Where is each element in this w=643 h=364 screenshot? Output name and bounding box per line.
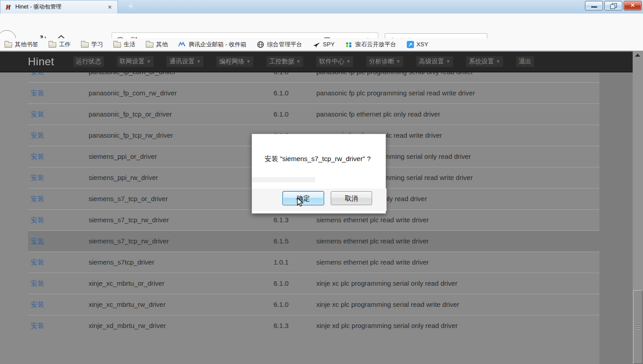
page-right-margin	[599, 51, 633, 364]
driver-version: 6.1.0	[274, 83, 288, 103]
driver-description: panasonic fp plc programming serial read…	[316, 83, 475, 103]
restore-button[interactable]	[604, 1, 622, 10]
install-link[interactable]: 安装	[31, 146, 44, 167]
bookmark-item[interactable]: 生活	[112, 40, 137, 49]
driver-version: 6.1.0	[274, 294, 288, 315]
bookmark-label: 其他	[156, 40, 168, 49]
bookmark-item[interactable]: 其他	[144, 40, 170, 49]
minimize-button[interactable]	[585, 1, 603, 10]
bookmark-item[interactable]: 综合管理平台	[255, 40, 304, 49]
bookmark-item[interactable]: 腾讯企业邮箱 - 收件箱	[176, 40, 248, 49]
driver-name: xinje_xc_mbrtu_rw_driver	[89, 294, 166, 315]
menu-label: 通讯设置	[169, 58, 194, 65]
page-content: 安装 panasonic_fp_com_or_driver 6.1.0 pana…	[0, 51, 633, 364]
driver-version: 6.1.0	[274, 273, 288, 294]
site-favicon: H	[4, 4, 12, 11]
driver-version: 6.1.3	[274, 315, 288, 336]
site-menu-item[interactable]: 分析诊断▼	[366, 56, 403, 67]
bookmark-label: 综合管理平台	[267, 40, 302, 49]
menu-label: 联网设置	[120, 58, 145, 65]
menu-label: 工控数据	[269, 58, 294, 65]
driver-name: siemens_ppi_rw_driver	[89, 167, 158, 188]
driver-name: panasonic_fp_com_rw_driver	[89, 83, 177, 103]
site-menu-item[interactable]: 系统设置▼	[466, 56, 503, 67]
chevron-down-icon: ▼	[346, 59, 351, 64]
driver-name: xinje_xc_mbrtu_or_driver	[89, 273, 164, 294]
bookmark-item[interactable]: 学习	[79, 40, 105, 49]
bookmark-item[interactable]: 其他书签	[3, 40, 40, 49]
driver-description: siemens ethernet plc read write driver	[316, 252, 429, 273]
site-logo[interactable]: Hinet	[28, 55, 54, 68]
driver-name: siemens_s7_tcp_or_driver	[89, 189, 168, 209]
driver-name: siemens_s7tcp_driver	[89, 252, 154, 273]
install-link[interactable]: 安装	[31, 210, 44, 230]
chevron-down-icon: ▼	[396, 59, 400, 64]
site-menu-item[interactable]: 联网设置▼	[117, 56, 154, 67]
table-row: 安装 panasonic_fp_com_rw_driver 6.1.0 pana…	[28, 82, 599, 103]
bookmark-label: 工作	[59, 40, 71, 49]
bookmark-icon	[81, 42, 89, 48]
driver-description: siemens ethernet plc read write driver	[316, 231, 429, 252]
site-menu-item[interactable]: 通讯设置▼	[166, 56, 203, 67]
bookmark-icon	[407, 41, 414, 48]
new-tab-button[interactable]: +	[124, 0, 138, 13]
dialog-message: 安装 "siemens_s7_tcp_rw_driver" ?	[265, 155, 371, 163]
site-navbar: Hinet 运行状态▼ 联网设置▼ 通讯设置▼ 编程网络▼ 工控数据▼ 软件中心…	[0, 52, 633, 72]
cancel-button[interactable]: 取消	[331, 191, 372, 205]
tab-title: Hinet - 驱动包管理	[15, 3, 99, 11]
bookmark-item[interactable]: 工作	[47, 40, 72, 49]
bookmark-icon	[345, 41, 353, 48]
dialog-stripe	[252, 177, 315, 182]
site-menu-item[interactable]: 高级设置▼	[416, 56, 453, 67]
site-menu-item[interactable]: 退出▼	[516, 56, 534, 67]
install-link[interactable]: 安装	[31, 252, 44, 273]
site-menu-item[interactable]: 编程网络▼	[216, 56, 253, 67]
mouse-cursor	[297, 198, 304, 207]
menu-label: 系统设置	[469, 58, 494, 65]
bookmark-item[interactable]: SPY	[311, 40, 337, 49]
bookmark-item[interactable]: XSY	[405, 40, 430, 49]
chevron-down-icon: ▼	[246, 59, 251, 64]
chevron-down-icon: ▼	[147, 59, 151, 64]
driver-name: panasonic_fp_tcp_or_driver	[89, 104, 172, 125]
page-scrollbar[interactable]	[633, 51, 643, 364]
browser-tab[interactable]: H Hinet - 驱动包管理 ✕	[0, 0, 118, 13]
driver-name: siemens_s7_tcp_rw_driver	[89, 210, 169, 230]
install-link[interactable]: 安装	[31, 125, 44, 146]
close-button[interactable]: ✕	[624, 1, 642, 10]
driver-description: xinje xc plc programming serial only rea…	[316, 273, 457, 294]
bookmark-icon	[257, 41, 265, 48]
table-row: 安装 xinje_xc_mbrtu_or_driver 6.1.0 xinje …	[28, 273, 599, 294]
driver-description: xinje xd plc programming serial only rea…	[316, 315, 458, 336]
driver-version: 6.1.5	[274, 231, 288, 252]
bookmark-icon	[313, 41, 320, 48]
install-link[interactable]: 安装	[31, 83, 44, 103]
site-menu-item[interactable]: 软件中心▼	[316, 56, 353, 67]
tab-close-icon[interactable]: ✕	[106, 3, 114, 11]
install-link[interactable]: 安装	[31, 273, 44, 294]
driver-name: siemens_s7_tcp_rw_driver	[89, 231, 169, 252]
site-menu-item[interactable]: 运行状态▼	[73, 56, 104, 67]
install-link[interactable]: 安装	[31, 104, 44, 125]
scrollbar-thumb[interactable]	[633, 290, 643, 364]
install-link[interactable]: 安装	[31, 315, 44, 336]
install-link[interactable]: 安装	[31, 167, 44, 188]
menu-label: 编程网络	[219, 58, 244, 65]
table-row: 安装 xinje_xc_mbrtu_rw_driver 6.1.0 xinje …	[28, 294, 599, 315]
table-row: 安装 panasonic_fp_tcp_or_driver 6.1.0 pana…	[28, 103, 599, 125]
table-row: 安装 siemens_s7tcp_driver 1.0.1 siemens et…	[28, 252, 599, 273]
site-menu-item[interactable]: 工控数据▼	[266, 56, 303, 67]
chevron-down-icon: ▼	[446, 59, 450, 64]
install-link[interactable]: 安装	[31, 189, 44, 209]
window-controls: ✕	[585, 1, 642, 10]
install-link[interactable]: 安装	[31, 231, 44, 252]
scrollbar-up-arrow-icon[interactable]	[635, 54, 640, 57]
bookmark-icon	[49, 42, 56, 48]
bookmark-item[interactable]: 萤石云开放平台	[343, 40, 398, 49]
menu-label: 运行状态	[76, 58, 101, 65]
driver-version: 6.1.0	[274, 104, 288, 125]
site-menu: 运行状态▼ 联网设置▼ 通讯设置▼ 编程网络▼ 工控数据▼ 软件中心▼ 分析诊断…	[73, 56, 534, 67]
bookmark-icon	[4, 42, 12, 48]
install-link[interactable]: 安装	[31, 294, 44, 315]
bookmarks-bar: 其他书签 工作 学习 生活 其他 腾讯企	[0, 38, 643, 51]
